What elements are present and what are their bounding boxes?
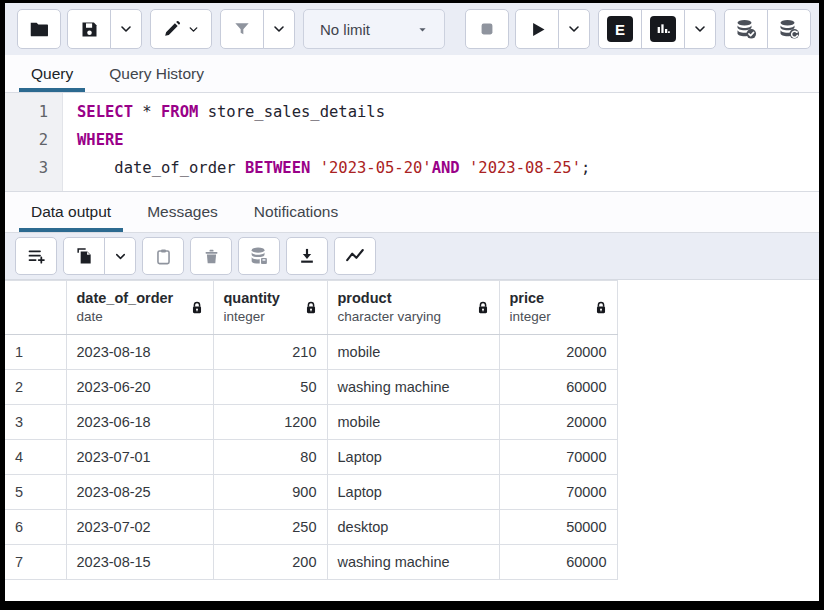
download-button[interactable] [286, 237, 328, 275]
cell-quantity[interactable]: 50 [213, 370, 327, 405]
lock-icon [304, 300, 318, 315]
dropdown-caret-icon [415, 22, 430, 37]
row-number[interactable]: 7 [5, 545, 66, 580]
table-row: 22023-06-2050washing machine60000 [5, 370, 617, 405]
save-data-icon [248, 245, 270, 267]
column-header-date_of_order[interactable]: date_of_orderdate [66, 281, 213, 335]
filter-button[interactable] [220, 9, 264, 49]
cell-quantity[interactable]: 900 [213, 475, 327, 510]
cell-price[interactable]: 60000 [499, 545, 617, 580]
edit-button[interactable] [150, 9, 212, 49]
sql-code[interactable]: SELECT * FROM store_sales_detailsWHERE d… [63, 93, 819, 191]
execute-button[interactable] [515, 9, 559, 49]
cell-quantity[interactable]: 80 [213, 440, 327, 475]
add-row-button[interactable] [15, 237, 57, 275]
tab-messages[interactable]: Messages [135, 192, 230, 232]
lock-icon [594, 300, 608, 315]
column-header-product[interactable]: productcharacter varying [327, 281, 499, 335]
cell-price[interactable]: 50000 [499, 510, 617, 545]
select-all-corner[interactable] [5, 281, 66, 335]
graph-button[interactable] [334, 237, 376, 275]
open-file-button[interactable] [17, 9, 61, 49]
data-output-toolbar [5, 233, 819, 280]
cell-product[interactable]: desktop [327, 510, 499, 545]
tab-query-history[interactable]: Query History [97, 55, 216, 92]
sql-line[interactable]: date_of_order BETWEEN '2023-05-20'AND '2… [77, 154, 819, 182]
column-name: product [338, 289, 489, 308]
cell-date_of_order[interactable]: 2023-08-25 [66, 475, 213, 510]
save-button-group [67, 9, 142, 49]
tab-query[interactable]: Query [19, 55, 85, 92]
edit-icon [162, 19, 182, 39]
cell-product[interactable]: mobile [327, 405, 499, 440]
open-file-icon [28, 18, 50, 40]
row-number[interactable]: 3 [5, 405, 66, 440]
line-number-gutter: 123 [5, 93, 63, 191]
output-tabbar: Data output Messages Notifications [5, 192, 819, 233]
query-toolbar: No limit E [5, 3, 819, 55]
cell-product[interactable]: washing machine [327, 370, 499, 405]
row-number[interactable]: 5 [5, 475, 66, 510]
cell-quantity[interactable]: 1200 [213, 405, 327, 440]
sql-line[interactable]: WHERE [77, 126, 819, 154]
cell-price[interactable]: 20000 [499, 335, 617, 370]
delete-row-icon [202, 247, 221, 266]
cell-date_of_order[interactable]: 2023-07-01 [66, 440, 213, 475]
cell-quantity[interactable]: 200 [213, 545, 327, 580]
table-row: 12023-08-18210mobile20000 [5, 335, 617, 370]
tab-query-label: Query [31, 65, 73, 83]
cell-quantity[interactable]: 250 [213, 510, 327, 545]
save-options-button[interactable] [110, 9, 142, 49]
filter-icon [232, 19, 252, 39]
cell-date_of_order[interactable]: 2023-06-18 [66, 405, 213, 440]
results-table: date_of_orderdate quantityinteger produc… [5, 280, 618, 580]
save-icon [79, 19, 100, 40]
cell-product[interactable]: Laptop [327, 475, 499, 510]
cell-price[interactable]: 60000 [499, 370, 617, 405]
cell-date_of_order[interactable]: 2023-08-18 [66, 335, 213, 370]
filter-options-button[interactable] [263, 9, 295, 49]
cell-product[interactable]: Laptop [327, 440, 499, 475]
copy-button[interactable] [63, 237, 105, 275]
commit-icon [734, 17, 758, 41]
copy-options-button[interactable] [104, 237, 136, 275]
row-number[interactable]: 4 [5, 440, 66, 475]
tab-notifications[interactable]: Notifications [242, 192, 350, 232]
column-type: character varying [338, 308, 489, 326]
row-number[interactable]: 2 [5, 370, 66, 405]
explain-analyze-button[interactable] [641, 9, 685, 49]
chevron-down-icon [566, 21, 582, 37]
tab-query-history-label: Query History [109, 65, 204, 83]
line-number: 2 [5, 126, 48, 154]
explain-button[interactable]: E [598, 9, 642, 49]
delete-row-button[interactable] [190, 237, 232, 275]
cell-date_of_order[interactable]: 2023-06-20 [66, 370, 213, 405]
chevron-down-icon [692, 21, 708, 37]
cell-date_of_order[interactable]: 2023-07-02 [66, 510, 213, 545]
cell-product[interactable]: washing machine [327, 545, 499, 580]
tab-data-output[interactable]: Data output [19, 192, 123, 232]
rollback-button[interactable] [767, 9, 811, 49]
column-header-quantity[interactable]: quantityinteger [213, 281, 327, 335]
cell-price[interactable]: 20000 [499, 405, 617, 440]
row-number[interactable]: 1 [5, 335, 66, 370]
sql-line[interactable]: SELECT * FROM store_sales_details [77, 98, 819, 126]
cell-price[interactable]: 70000 [499, 440, 617, 475]
chevron-down-icon [271, 21, 287, 37]
cell-quantity[interactable]: 210 [213, 335, 327, 370]
cell-price[interactable]: 70000 [499, 475, 617, 510]
save-data-button[interactable] [238, 237, 280, 275]
paste-icon [154, 247, 173, 266]
cell-product[interactable]: mobile [327, 335, 499, 370]
explain-options-button[interactable] [684, 9, 716, 49]
execute-options-button[interactable] [558, 9, 590, 49]
column-header-price[interactable]: priceinteger [499, 281, 617, 335]
cell-date_of_order[interactable]: 2023-08-15 [66, 545, 213, 580]
commit-button[interactable] [724, 9, 768, 49]
row-limit-select[interactable]: No limit [303, 9, 445, 49]
sql-editor[interactable]: 123 SELECT * FROM store_sales_detailsWHE… [5, 93, 819, 192]
save-button[interactable] [67, 9, 111, 49]
paste-button[interactable] [142, 237, 184, 275]
row-number[interactable]: 6 [5, 510, 66, 545]
stop-button[interactable] [465, 9, 509, 49]
